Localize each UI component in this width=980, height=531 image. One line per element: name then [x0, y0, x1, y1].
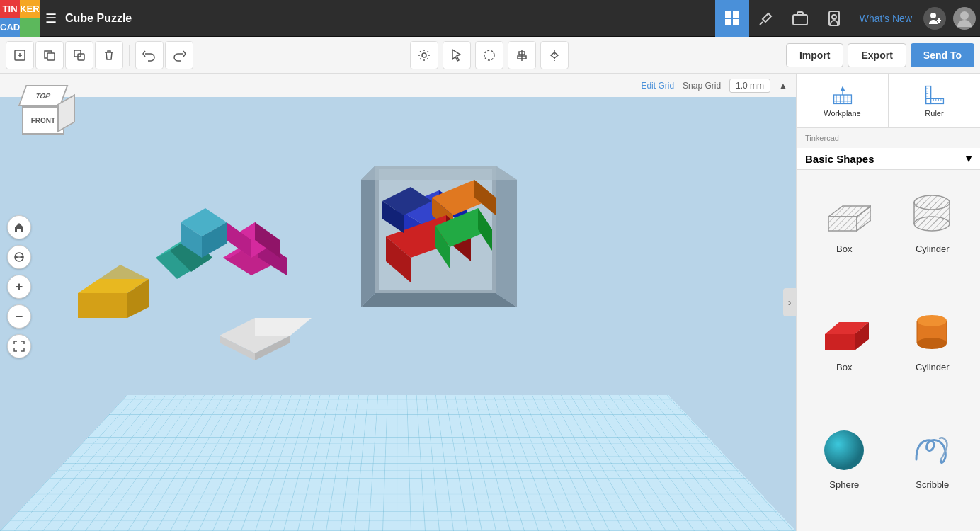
- svg-marker-56: [361, 293, 517, 307]
- piece-white[interactable]: [220, 293, 312, 367]
- shape-cylinder-orange[interactable]: Cylinder: [892, 295, 974, 406]
- user-avatar[interactable]: [953, 7, 976, 30]
- svg-point-107: [917, 315, 947, 326]
- select-btn[interactable]: [443, 41, 471, 69]
- svg-point-27: [484, 50, 494, 60]
- panel-tools: Workplane Ruler: [797, 74, 980, 128]
- redo-button[interactable]: [165, 41, 193, 69]
- svg-point-110: [824, 430, 864, 470]
- svg-point-10: [960, 11, 969, 20]
- toolbar-right: [410, 41, 569, 69]
- shape-box-red-preview: [816, 301, 872, 358]
- snap-grid-label: Snap Grid: [683, 81, 721, 91]
- shape-scribble-preview: [904, 418, 961, 475]
- logo-t: TIN: [0, 0, 20, 18]
- svg-point-101: [914, 217, 950, 231]
- svg-rect-2: [725, 19, 731, 25]
- logo-n: CAD: [0, 18, 20, 37]
- panel-category-label: Basic Shapes: [805, 153, 874, 165]
- svg-point-7: [930, 13, 936, 18]
- fit-view-button[interactable]: [7, 334, 31, 358]
- svg-point-106: [917, 338, 947, 349]
- send-to-button[interactable]: Send To: [911, 43, 974, 67]
- shape-sphere-label: Sphere: [829, 479, 859, 490]
- copy-button[interactable]: [35, 41, 64, 69]
- svg-rect-4: [793, 15, 807, 25]
- svg-line-24: [421, 58, 421, 59]
- project-title[interactable]: Cube Puzzle: [65, 12, 132, 25]
- top-nav: TIN KER CAD ☰ Cube Puzzle What's New: [0, 0, 980, 37]
- ruler-label: Ruler: [925, 109, 943, 118]
- svg-marker-26: [452, 50, 460, 61]
- piece-teal[interactable]: [142, 201, 227, 296]
- svg-line-22: [421, 51, 421, 52]
- toolbar-separator: [129, 45, 130, 66]
- main-area: TOP FRONT +: [0, 74, 980, 531]
- snap-up-arrow[interactable]: ▲: [779, 81, 787, 91]
- svg-marker-93: [828, 217, 857, 231]
- undo-button[interactable]: [135, 41, 164, 69]
- shape-cylinder-ghost-label: Cylinder: [916, 244, 950, 254]
- panel-category-dropdown[interactable]: Basic Shapes ▾: [797, 148, 980, 170]
- shape-scribble-label: Scribble: [916, 479, 949, 490]
- shapes-grid: Box: [797, 170, 980, 531]
- nav-controls: + −: [7, 215, 31, 358]
- container-box[interactable]: [354, 152, 524, 353]
- svg-marker-33: [78, 293, 127, 318]
- home-button[interactable]: [7, 215, 31, 239]
- shape-cylinder-orange-preview: [904, 301, 961, 358]
- new-button[interactable]: [6, 41, 34, 69]
- shape-scribble[interactable]: Scribble: [892, 413, 974, 524]
- mirror-btn[interactable]: [540, 41, 569, 69]
- svg-point-17: [422, 53, 426, 57]
- svg-rect-0: [725, 11, 731, 18]
- import-export-send: Import Export Send To: [786, 43, 974, 67]
- nav-briefcase-button[interactable]: [783, 0, 817, 37]
- import-button[interactable]: Import: [786, 43, 844, 67]
- logo[interactable]: TIN KER CAD: [0, 0, 37, 37]
- shape-sphere-teal[interactable]: Sphere: [804, 413, 885, 524]
- orbit-button[interactable]: [7, 245, 31, 269]
- viewport[interactable]: TOP FRONT +: [0, 74, 796, 531]
- snap-grid-dropdown[interactable]: 1.0 mm: [729, 79, 770, 93]
- zoom-in-button[interactable]: +: [7, 275, 31, 299]
- right-panel: Workplane Ruler: [796, 74, 980, 531]
- shape-cylinder-ghost-preview: [904, 183, 961, 239]
- shape-box-red[interactable]: Box: [804, 295, 885, 406]
- 3d-scene: [57, 109, 659, 498]
- align-btn[interactable]: [508, 41, 536, 69]
- toolbar: Import Export Send To: [0, 37, 980, 74]
- zoom-out-button[interactable]: −: [7, 304, 31, 329]
- bottom-status: Edit Grid Snap Grid 1.0 mm ▲: [0, 74, 796, 97]
- chevron-down-icon: ▾: [966, 152, 972, 165]
- svg-rect-1: [733, 11, 739, 18]
- svg-marker-52: [255, 318, 312, 336]
- svg-marker-102: [825, 334, 855, 350]
- workplane-label: Workplane: [824, 109, 860, 118]
- delete-button[interactable]: [95, 41, 123, 69]
- duplicate-button[interactable]: [65, 41, 93, 69]
- svg-point-6: [832, 15, 836, 19]
- light-btn[interactable]: [410, 41, 438, 69]
- nav-grid-button[interactable]: [715, 0, 749, 37]
- shape-box-ghost[interactable]: Box: [804, 177, 885, 288]
- export-button[interactable]: Export: [848, 43, 906, 67]
- svg-line-25: [428, 51, 428, 52]
- group-btn[interactable]: [475, 41, 503, 69]
- svg-marker-55: [496, 166, 517, 307]
- collapse-panel-button[interactable]: ›: [783, 288, 796, 316]
- piece-yellow[interactable]: [71, 251, 149, 324]
- shape-box-ghost-label: Box: [836, 244, 852, 254]
- add-user-icon[interactable]: [923, 7, 946, 30]
- shape-sphere-teal-preview: [816, 418, 872, 475]
- ruler-tool[interactable]: Ruler: [889, 74, 980, 127]
- edit-grid-button[interactable]: Edit Grid: [641, 81, 674, 91]
- whats-new-button[interactable]: What's New: [851, 13, 921, 24]
- nav-hammer-button[interactable]: [749, 0, 783, 37]
- workplane-tool[interactable]: Workplane: [797, 74, 889, 127]
- nav-badge-button[interactable]: [817, 0, 851, 37]
- panel-header: Tinkercad: [797, 128, 980, 148]
- piece-magenta[interactable]: [220, 201, 297, 296]
- shape-cylinder-ghost[interactable]: Cylinder: [892, 177, 974, 288]
- menu-icon[interactable]: ☰: [37, 11, 65, 26]
